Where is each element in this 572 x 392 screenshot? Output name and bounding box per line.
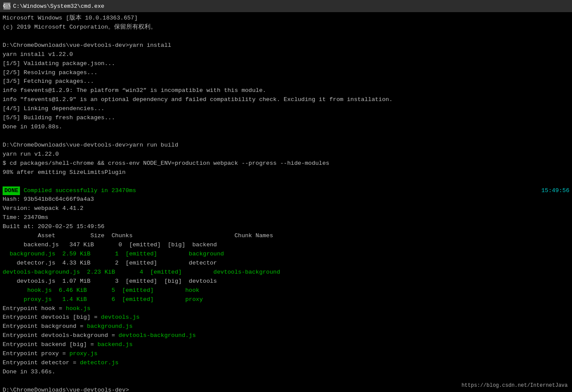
title-bar: C:\ C:\Windows\System32\cmd.exe [0, 0, 572, 12]
terminal-line: [5/5] Building fresh packages... [3, 114, 569, 123]
terminal-line: 98% after emitting SizeLimitsPlugin [3, 168, 569, 177]
terminal-line: backend.js 347 KiB 0 [emitted] [big] bac… [3, 241, 569, 250]
terminal-line: $ cd packages/shell-chrome && cross-env … [3, 159, 569, 168]
terminal-line: Entrypoint devtools-background = devtool… [3, 331, 569, 340]
terminal-line: Entrypoint devtools [big] = devtools.js [3, 313, 569, 322]
terminal-line: detector.js 4.33 KiB 2 [emitted] detecto… [3, 259, 569, 268]
watermark: https://blog.csdn.net/InternetJava [461, 382, 568, 389]
terminal-line [3, 32, 569, 41]
terminal-line: D:\ChromeDownloads\vue-devtools-dev>yarn… [3, 41, 569, 50]
terminal-line: hook.js 6.46 KiB 5 [emitted] hook [3, 286, 569, 295]
terminal-line: [1/5] Validating package.json... [3, 59, 569, 69]
terminal-line: Done in 1010.88s. [3, 123, 569, 132]
terminal-line: proxy.js 1.4 KiB 6 [emitted] proxy [3, 295, 569, 304]
terminal-line: Asset Size Chunks Chunk Names [3, 232, 569, 241]
terminal-line: Version: webpack 4.41.2 [3, 204, 569, 213]
terminal-line [3, 177, 569, 186]
terminal-line: [4/5] Linking dependencies... [3, 105, 569, 114]
terminal-line: DONE Compiled successfully in 23470ms15:… [3, 186, 569, 196]
terminal-line: info "fsevents@1.2.9" is an optional dep… [3, 95, 569, 105]
terminal-line [3, 132, 569, 141]
terminal-line: Built at: 2020-02-25 15:49:56 [3, 222, 569, 232]
terminal-line: Microsoft Windows [版本 10.0.18363.657] [3, 14, 569, 23]
terminal-line: devtools.js 1.07 MiB 3 [emitted] [big] d… [3, 277, 569, 286]
terminal-line: Entrypoint backend [big] = backend.js [3, 340, 569, 350]
terminal-line: yarn run v1.22.0 [3, 150, 569, 159]
terminal-line: Entrypoint hook = hook.js [3, 304, 569, 314]
cmd-icon: C:\ [3, 3, 10, 10]
terminal-line: [2/5] Resolving packages... [3, 69, 569, 78]
terminal-line: Time: 23470ms [3, 213, 569, 222]
terminal-line: (c) 2019 Microsoft Corporation。保留所有权利。 [3, 23, 569, 32]
terminal-line: background.js 2.59 KiB 1 [emitted] backg… [3, 250, 569, 259]
terminal-line: Entrypoint background = background.js [3, 322, 569, 331]
terminal-line: Done in 33.66s. [3, 368, 569, 377]
terminal-line: [3/5] Fetching packages... [3, 77, 569, 86]
terminal-line: Entrypoint detector = detector.js [3, 359, 569, 368]
terminal-line: Hash: 93b541b8c64c66f9a4a3 [3, 195, 569, 204]
terminal-line: yarn install v1.22.0 [3, 50, 569, 59]
terminal-line: info fsevents@1.2.9: The platform “win32… [3, 86, 569, 95]
terminal-line: devtools-background.js 2.23 KiB 4 [emitt… [3, 268, 569, 277]
terminal[interactable]: Microsoft Windows [版本 10.0.18363.657](c)… [0, 12, 572, 392]
terminal-line: D:\ChromeDownloads\vue-devtools-dev>yarn… [3, 141, 569, 150]
title-text: C:\Windows\System32\cmd.exe [13, 3, 105, 10]
terminal-line: Entrypoint proxy = proxy.js [3, 350, 569, 359]
